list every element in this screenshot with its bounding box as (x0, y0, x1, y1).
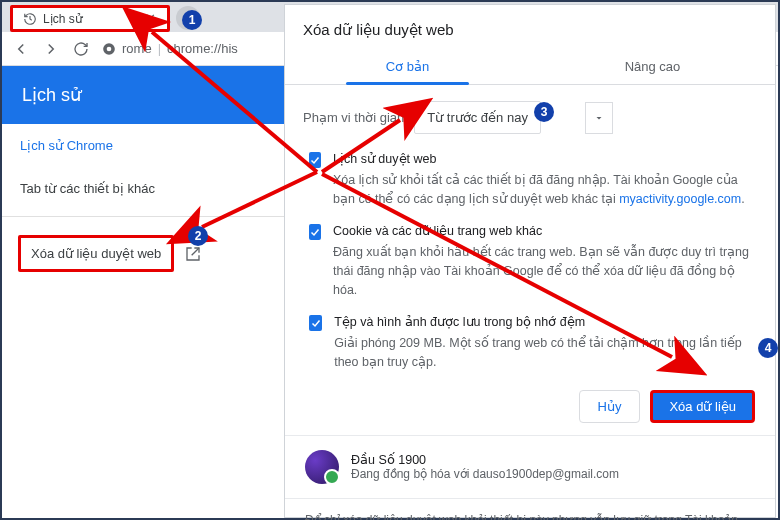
dialog-title: Xóa dữ liệu duyệt web (285, 5, 775, 49)
reload-button[interactable] (72, 40, 90, 58)
url-path: chrome://his (167, 41, 238, 56)
time-range-select[interactable]: Từ trước đến nay (414, 101, 541, 134)
avatar (305, 450, 339, 484)
svg-point-2 (107, 46, 112, 51)
dialog-tabs: Cơ bản Nâng cao (285, 49, 775, 85)
clear-browsing-data-link[interactable]: Xóa dữ liệu duyệt web (18, 235, 174, 272)
divider (2, 216, 287, 217)
address-bar[interactable]: rome | chrome://his (102, 41, 238, 56)
option-cookies: Cookie và các dữ liệu trang web khác Đăn… (333, 222, 757, 299)
annotation-badge-1: 1 (182, 10, 202, 30)
external-link-icon[interactable] (184, 245, 202, 263)
checkbox-history[interactable] (309, 152, 321, 168)
back-button[interactable] (12, 40, 30, 58)
checkbox-cookies[interactable] (309, 224, 321, 240)
url-host: rome (122, 41, 152, 56)
select-caret[interactable] (585, 102, 613, 134)
chrome-icon (102, 42, 116, 56)
forward-button[interactable] (42, 40, 60, 58)
annotation-badge-3: 3 (534, 102, 554, 122)
account-sync-status: Đang đồng bộ hóa với dauso1900dep@gmail.… (351, 467, 619, 481)
divider (285, 435, 775, 436)
sidebar-item-tabs-other-devices[interactable]: Tab từ các thiết bị khác (2, 167, 287, 210)
annotation-badge-2: 2 (188, 226, 208, 246)
tab-basic[interactable]: Cơ bản (285, 49, 530, 84)
option-history: Lịch sử duyệt web Xóa lịch sử khỏi tất c… (333, 150, 757, 208)
divider (285, 498, 775, 499)
tab-title: Lịch sử (43, 12, 137, 26)
checkbox-cache[interactable] (309, 315, 322, 331)
account-row: Đầu Số 1900 Đang đồng bộ hóa với dauso19… (285, 440, 775, 494)
clear-data-button[interactable]: Xóa dữ liệu (650, 390, 755, 423)
time-range-label: Phạm vi thời gian (303, 110, 404, 125)
browser-tab-history[interactable]: Lịch sử ✕ (10, 5, 170, 32)
history-sidebar: Lịch sử Lịch sử Chrome Tab từ các thiết … (2, 66, 287, 518)
cancel-button[interactable]: Hủy (579, 390, 641, 423)
sidebar-item-chrome-history[interactable]: Lịch sử Chrome (2, 124, 287, 167)
dialog-footer: Để chỉ xóa dữ liệu duyệt web khỏi thiết … (285, 503, 775, 521)
history-icon (23, 12, 37, 26)
close-tab-icon[interactable]: ✕ (143, 12, 157, 26)
tab-advanced[interactable]: Nâng cao (530, 49, 775, 84)
page-title: Lịch sử (2, 66, 287, 124)
option-cache: Tệp và hình ảnh được lưu trong bộ nhớ đệ… (334, 313, 757, 371)
myactivity-link[interactable]: myactivity.google.com (619, 192, 741, 206)
clear-browsing-data-dialog: Xóa dữ liệu duyệt web Cơ bản Nâng cao Ph… (284, 4, 776, 518)
annotation-badge-4: 4 (758, 338, 778, 358)
account-name: Đầu Số 1900 (351, 452, 619, 467)
